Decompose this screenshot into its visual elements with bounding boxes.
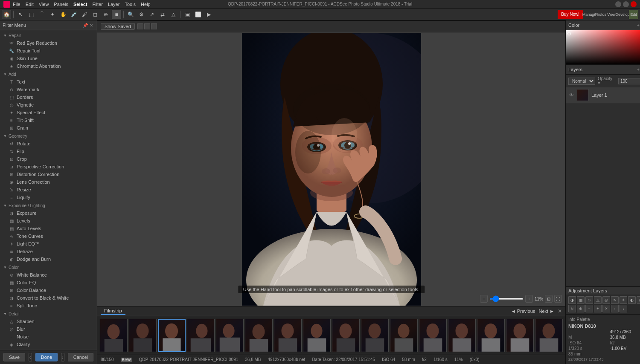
adj-btn-11[interactable]: ⊕ [577,305,585,312]
pin-btn[interactable]: 📌 [82,22,88,28]
toolbar-zoom[interactable]: 🔍 [126,10,135,19]
item-red-eye[interactable]: 👁 Red Eye Reduction [0,39,97,47]
item-repair-tool[interactable]: 🔧 Repair Tool [0,47,97,55]
layer-visibility-btn[interactable]: 👁 [568,92,574,98]
item-noise[interactable]: ⋯ Noise [0,333,97,341]
filmstrip-next-btn[interactable]: Next ► [538,309,554,314]
film-thumb-1[interactable] [100,319,128,352]
film-thumb-12[interactable] [419,319,447,352]
item-perspective[interactable]: ⊿ Perspective Correction [0,163,97,170]
menu-edit[interactable]: Edit [26,2,34,7]
item-grain[interactable]: ⊞ Grain [0,124,97,132]
item-special-effect[interactable]: ✦ Special Effect [0,109,97,116]
item-clarity[interactable]: ◈ Clarity [0,341,97,348]
item-distortion[interactable]: ⊞ Distortion Correction [0,170,97,178]
item-skin-tune[interactable]: ◉ Skin Tune [0,55,97,62]
zoom-slider[interactable] [489,298,524,300]
item-light-eq[interactable]: ☀ Light EQ™ [0,240,97,248]
filter-close-btn[interactable]: ✕ [88,22,94,28]
close-btn[interactable] [631,1,637,7]
item-crop[interactable]: ⊡ Crop [0,155,97,163]
adj-del-btn[interactable]: ✕ [602,305,610,312]
item-tilt-shift[interactable]: ≡ Tilt-Shift [0,116,97,124]
toolbar-select1[interactable]: ↖ [16,10,25,19]
layers-expand-btn[interactable]: + [635,66,640,72]
toolbar-magic[interactable]: ✦ [48,10,57,19]
section-exposure-header[interactable]: ▼ Exposure / Lighting [0,202,97,209]
item-lens[interactable]: ◉ Lens Correction [0,178,97,186]
toolbar-lasso[interactable]: ⌒ [37,10,47,19]
toolbar-select2[interactable]: ⬚ [26,10,36,19]
film-thumb-4[interactable] [187,319,215,352]
item-rotate[interactable]: ↺ Rotate [0,140,97,147]
item-split-tone[interactable]: ≡ Split Tone [0,302,97,309]
film-thumb-15[interactable] [506,319,534,352]
film-thumb-16[interactable] [535,319,563,352]
edit-btn[interactable]: Edit [629,10,638,19]
menu-tools[interactable]: Tools [125,2,136,7]
toolbar-play[interactable]: ▶ [204,10,213,19]
done-button[interactable]: Done [35,353,58,361]
item-tone-curves[interactable]: ∿ Tone Curves [0,232,97,240]
item-color-balance[interactable]: ⊞ Color Balance [0,286,97,294]
view-grid-btn[interactable] [137,23,143,29]
color-expand-btn[interactable]: + [635,22,640,28]
film-thumb-13[interactable] [448,319,476,352]
item-white-balance[interactable]: ⊙ White Balance [0,271,97,279]
item-dodge-burn[interactable]: ◐ Dodge and Burn [0,255,97,263]
canvas-wrapper[interactable]: Use the Hand tool to pan scrollable imag… [97,32,565,306]
toolbar-eyedrop[interactable]: 💉 [69,10,79,19]
toolbar-home[interactable]: 🏠 [2,10,11,19]
menu-file[interactable]: File [13,2,20,7]
section-repair-header[interactable]: ▼ Repair [0,32,97,39]
item-watermark[interactable]: ⊙ Watermark [0,86,97,93]
view-list-btn[interactable] [144,23,150,29]
film-thumb-5[interactable] [216,319,244,352]
film-thumb-2[interactable] [129,319,157,352]
adj-btn-6[interactable]: ∿ [611,296,619,304]
menu-select[interactable]: Select [73,2,87,7]
toolbar-view1[interactable]: ▣ [183,10,192,19]
item-auto-levels[interactable]: ▤ Auto Levels [0,225,97,232]
filmstrip-tab[interactable]: Filmstrip [101,307,125,315]
layer-item-1[interactable]: 👁 Layer 1 [566,87,640,103]
menu-panels[interactable]: Panels [54,2,68,7]
adj-btn-1[interactable]: ◑ [568,296,576,304]
toolbar-paint[interactable]: 🖌 [80,10,89,19]
filmstrip[interactable] [97,316,565,355]
adj-btn-5[interactable]: ◎ [602,296,610,304]
film-thumb-3[interactable] [158,319,186,352]
section-geometry-header[interactable]: ▼ Geometry [0,133,97,140]
menu-help[interactable]: Help [141,2,151,7]
section-add-header[interactable]: ▼ Add [0,71,97,78]
color-gradient-picker[interactable] [566,30,640,64]
next-btn[interactable]: › [61,353,64,361]
item-color-eq[interactable]: ▦ Color EQ [0,279,97,286]
toolbar-settings[interactable]: ⚙ [137,10,146,19]
manage-btn[interactable]: Manage [585,10,594,19]
item-vignette[interactable]: ◎ Vignette [0,101,97,109]
view-chart-btn[interactable] [151,23,157,29]
prev-btn[interactable]: ‹ [29,353,32,361]
item-resize[interactable]: ⇲ Resize [0,186,97,194]
maximize-btn[interactable] [623,1,629,7]
adj-btn-3[interactable]: ⊙ [585,296,593,304]
item-borders[interactable]: ⬚ Borders [0,93,97,101]
film-thumb-6[interactable] [245,319,273,352]
show-saved-btn[interactable]: Show Saved [101,23,135,30]
menu-filter[interactable]: Filter [92,2,102,7]
section-color-header[interactable]: ▼ Color [0,264,97,271]
film-thumb-14[interactable] [477,319,505,352]
film-thumb-8[interactable] [303,319,331,352]
adj-add-btn[interactable]: + [594,305,602,312]
minimize-btn[interactable] [615,1,621,7]
item-flip[interactable]: ⇅ Flip [0,147,97,155]
adj-btn-2[interactable]: ▦ [577,296,585,304]
adj-btn-4[interactable]: △ [594,296,602,304]
item-text[interactable]: T Text [0,78,97,86]
menu-layer[interactable]: Layer [108,2,120,7]
item-exposure[interactable]: ◑ Exposure [0,209,97,217]
adj-btn-8[interactable]: ◐ [628,296,636,304]
item-chromatic[interactable]: ◈ Chromatic Aberration [0,62,97,70]
toolbar-shape[interactable]: △ [169,10,178,19]
